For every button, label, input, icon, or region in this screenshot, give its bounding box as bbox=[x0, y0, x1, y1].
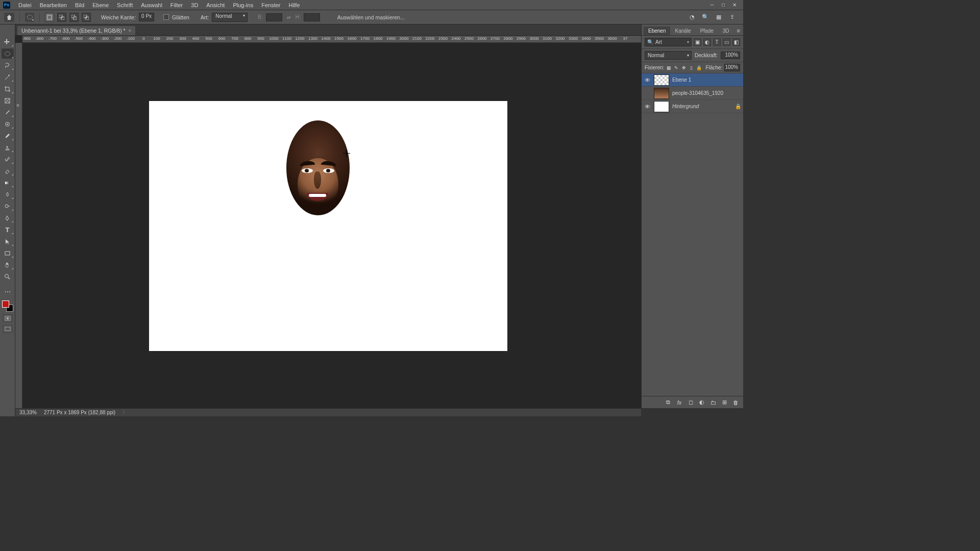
layer-name[interactable]: people-3104635_1920 bbox=[672, 90, 741, 96]
tab-paths[interactable]: Pfade bbox=[696, 27, 718, 35]
selection-mode-intersect[interactable] bbox=[82, 13, 91, 22]
close-tab-button[interactable]: × bbox=[129, 28, 131, 33]
menu-schrift[interactable]: Schrift bbox=[113, 1, 137, 9]
layer-group-icon[interactable]: 🗀 bbox=[709, 399, 717, 406]
crop-tool[interactable] bbox=[2, 84, 14, 94]
layer-visibility-toggle[interactable]: 👁 bbox=[644, 77, 651, 83]
dodge-tool[interactable] bbox=[2, 201, 14, 211]
vertical-ruler[interactable]: 0 bbox=[15, 43, 22, 408]
clone-stamp-tool[interactable] bbox=[2, 142, 14, 153]
move-tool[interactable] bbox=[2, 37, 14, 47]
artboard[interactable] bbox=[149, 101, 507, 351]
eraser-tool[interactable] bbox=[2, 166, 14, 176]
filter-smart-icon[interactable]: ◧ bbox=[732, 38, 740, 46]
cloud-docs-icon[interactable]: ◔ bbox=[688, 13, 696, 21]
filter-shape-icon[interactable]: ▭ bbox=[723, 38, 730, 46]
lock-position-icon[interactable]: ✥ bbox=[681, 64, 687, 71]
zoom-tool[interactable] bbox=[2, 271, 14, 282]
antialias-checkbox[interactable] bbox=[163, 14, 169, 20]
menu-bild[interactable]: Bild bbox=[71, 1, 88, 9]
layer-visibility-toggle[interactable]: 👁 bbox=[644, 104, 651, 110]
home-button[interactable] bbox=[4, 13, 14, 22]
maximize-button[interactable]: □ bbox=[718, 1, 729, 10]
menu-plug-ins[interactable]: Plug-ins bbox=[229, 1, 257, 9]
eyedropper-tool[interactable] bbox=[2, 107, 14, 117]
style-select[interactable]: Normal bbox=[212, 13, 248, 22]
layer-fx-icon[interactable]: fx bbox=[676, 399, 683, 406]
selection-mode-new[interactable] bbox=[45, 13, 54, 22]
canvas-viewport[interactable] bbox=[22, 43, 641, 408]
pen-tool[interactable] bbox=[2, 213, 14, 223]
path-selection-tool[interactable] bbox=[2, 236, 14, 246]
filter-pixel-icon[interactable]: ▣ bbox=[694, 38, 701, 46]
opacity-input[interactable]: 100% bbox=[721, 52, 740, 59]
rectangle-tool[interactable] bbox=[2, 248, 14, 258]
menu-fenster[interactable]: Fenster bbox=[257, 1, 284, 9]
layer-row[interactable]: 👁Ebene 1 bbox=[642, 73, 743, 87]
menu-3d[interactable]: 3D bbox=[187, 1, 202, 9]
close-window-button[interactable]: ✕ bbox=[729, 1, 740, 10]
select-and-mask-button[interactable]: Auswählen und maskieren... bbox=[334, 13, 408, 22]
zoom-readout[interactable]: 33,33% bbox=[19, 410, 37, 415]
panel-menu-button[interactable]: ≡ bbox=[734, 26, 743, 35]
foreground-color[interactable] bbox=[2, 300, 9, 308]
type-tool[interactable]: T bbox=[2, 224, 14, 235]
menu-datei[interactable]: Datei bbox=[14, 1, 36, 9]
lock-artboard-icon[interactable]: ▯ bbox=[689, 64, 694, 71]
layer-name[interactable]: Ebene 1 bbox=[672, 77, 741, 83]
link-layers-icon[interactable]: ⧉ bbox=[665, 399, 672, 406]
lock-transparency-icon[interactable]: ▦ bbox=[666, 64, 672, 71]
layer-row[interactable]: people-3104635_1920 bbox=[642, 87, 743, 100]
layer-thumbnail[interactable] bbox=[654, 74, 669, 86]
search-icon[interactable]: 🔍 bbox=[701, 13, 709, 21]
share-icon[interactable]: ⇪ bbox=[728, 13, 736, 21]
magic-wand-tool[interactable] bbox=[2, 72, 14, 82]
status-chevron-icon[interactable]: 〉 bbox=[122, 409, 128, 416]
menu-ebene[interactable]: Ebene bbox=[88, 1, 113, 9]
filter-type-icon[interactable]: T bbox=[713, 38, 721, 46]
layer-mask-icon[interactable]: ◻ bbox=[687, 399, 694, 406]
layer-thumbnail[interactable] bbox=[654, 101, 669, 112]
workspace-icon[interactable]: ▦ bbox=[715, 13, 723, 21]
lasso-tool[interactable] bbox=[2, 60, 14, 70]
blur-tool[interactable] bbox=[2, 189, 14, 199]
feather-input[interactable]: 0 Px bbox=[139, 13, 154, 21]
menu-auswahl[interactable]: Auswahl bbox=[137, 1, 166, 9]
history-brush-tool[interactable] bbox=[2, 154, 14, 164]
menu-hilfe[interactable]: Hilfe bbox=[284, 1, 304, 9]
doc-info-readout[interactable]: 2771 Px x 1869 Px (182,88 ppi) bbox=[44, 410, 115, 415]
menu-bearbeiten[interactable]: Bearbeiten bbox=[36, 1, 71, 9]
blend-mode-select[interactable]: Normal bbox=[645, 51, 692, 60]
lock-all-icon[interactable]: 🔒 bbox=[696, 64, 702, 71]
tab-3d[interactable]: 3D bbox=[718, 27, 734, 35]
screen-mode-button[interactable] bbox=[3, 325, 13, 333]
gradient-tool[interactable] bbox=[2, 178, 14, 188]
healing-brush-tool[interactable] bbox=[2, 119, 14, 129]
new-layer-icon[interactable]: ⊞ bbox=[721, 399, 728, 406]
layer-row[interactable]: 👁Hintergrund🔒 bbox=[642, 100, 743, 113]
current-tool-indicator[interactable]: ▾ bbox=[25, 13, 34, 22]
frame-tool[interactable] bbox=[2, 95, 14, 106]
tab-channels[interactable]: Kanäle bbox=[670, 27, 695, 35]
filter-adjust-icon[interactable]: ◐ bbox=[703, 38, 711, 46]
color-swatches[interactable] bbox=[2, 300, 13, 312]
brush-tool[interactable] bbox=[2, 131, 14, 141]
document-tab[interactable]: Unbenannt-1 bei 33,3% (Ebene 1, RGB/8) *… bbox=[17, 26, 135, 35]
layer-thumbnail[interactable] bbox=[654, 88, 669, 99]
adjustment-layer-icon[interactable]: ◐ bbox=[698, 399, 705, 406]
fill-input[interactable]: 100% bbox=[724, 64, 740, 71]
layer-name[interactable]: Hintergrund bbox=[672, 104, 732, 109]
quick-mask-button[interactable] bbox=[3, 314, 13, 322]
selection-mode-subtract[interactable] bbox=[69, 13, 79, 22]
menu-ansicht[interactable]: Ansicht bbox=[202, 1, 229, 9]
hand-tool[interactable] bbox=[2, 260, 14, 270]
marquee-tool[interactable] bbox=[2, 48, 14, 59]
lock-pixels-icon[interactable]: ✎ bbox=[674, 64, 679, 71]
layer-filter-search[interactable]: 🔍 Art bbox=[645, 38, 692, 46]
minimize-button[interactable]: ─ bbox=[706, 1, 718, 10]
selection-mode-add[interactable] bbox=[57, 13, 66, 22]
horizontal-ruler[interactable]: -900-800-700-600-500-400-300-200-1000100… bbox=[22, 36, 641, 43]
delete-layer-icon[interactable]: 🗑 bbox=[732, 399, 739, 406]
menu-filter[interactable]: Filter bbox=[166, 1, 187, 9]
edit-toolbar-button[interactable]: ⋯ bbox=[2, 287, 14, 297]
